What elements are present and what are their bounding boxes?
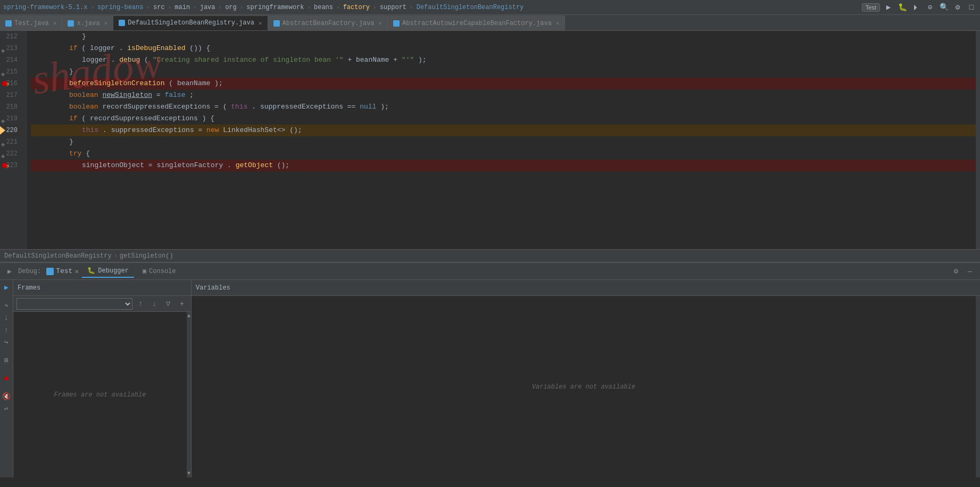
debug-mute-icon[interactable]: 🔇 (1, 391, 12, 402)
code-line-223: singletonObject = singletonFactory . get… (31, 160, 976, 171)
tab-close-test[interactable]: ✕ (53, 20, 57, 27)
breadcrumb-java: java (200, 4, 215, 11)
debug-resume-icon[interactable]: ▶ (1, 282, 12, 293)
sep10: › (409, 4, 414, 11)
frames-add-icon[interactable]: + (176, 298, 188, 310)
code-line-218: boolean recordSuppressedExceptions = ( t… (31, 101, 976, 113)
debug-step-over-icon[interactable]: ↷ (1, 300, 12, 311)
tab-x-java[interactable]: x.java ✕ (62, 15, 113, 30)
breadcrumb-class[interactable]: DefaultSingletonBeanRegistry (417, 4, 524, 11)
run-button[interactable]: ▶ (883, 2, 894, 13)
scroll-up-arrow[interactable]: ▲ (187, 313, 190, 319)
breadcrumb-src: src (153, 4, 165, 11)
tab-icon-test (5, 20, 12, 27)
debug-run-to-cursor-icon[interactable]: ↪ (1, 337, 12, 348)
code-line-212: } (31, 31, 976, 43)
frames-dropdown[interactable] (16, 298, 132, 310)
tab-label-x: x.java (77, 20, 99, 27)
line-num-221: 221 ◆ (0, 136, 22, 148)
frames-scrollbar[interactable]: ▲ ▼ (187, 312, 191, 477)
debug-tab-console-label: Console (149, 268, 176, 275)
variables-content: Variables are not available (192, 296, 980, 477)
scroll-bar-vertical[interactable] (976, 31, 980, 249)
debug-content: ▶ ↷ ↓ ↑ ↪ ⊞ ■ 🔇 ↩ Frames ↑ ↓ (0, 280, 980, 477)
sep6: › (239, 4, 245, 11)
breadcrumb-support: support (380, 4, 406, 11)
code-line-219: if ( recordSuppressedExceptions ) { (31, 113, 976, 125)
line-numbers-gutter: 212 213 ◆ 214 215 ◆ 216 ? 217 218 (0, 31, 27, 249)
status-method: getSingleton() (120, 252, 173, 260)
breadcrumb-project[interactable]: spring-framework-5.1.x (3, 4, 87, 11)
icon-sep (6, 294, 7, 299)
debug-tab-debugger[interactable]: 🐛 Debugger (82, 265, 134, 278)
frames-up-icon[interactable]: ↑ (135, 298, 146, 310)
line-num-217: 217 (0, 89, 22, 101)
breadcrumb-module[interactable]: spring-beans (97, 4, 143, 11)
line-num-213: 213 ◆ (0, 43, 22, 54)
tab-icon-abstract-bean-factory (273, 20, 280, 27)
coverage-button[interactable]: ⏵ (911, 2, 921, 13)
editor-area: shadow 212 213 ◆ 214 215 ◆ 216 ? (0, 31, 980, 249)
debug-left-icons: ▶ ↷ ↓ ↑ ↪ ⊞ ■ 🔇 ↩ (0, 280, 13, 477)
tab-label-abstract-bean-factory: AbstractBeanFactory.java (283, 20, 375, 27)
breakpoint-q-223: ? (6, 161, 9, 173)
profile-button[interactable]: ⊙ (925, 2, 935, 13)
debug-minimize-icon[interactable]: — (964, 266, 976, 277)
debug-tab-console-icon: ▣ (143, 267, 146, 275)
debug-label: Debug: (18, 268, 41, 275)
line-num-219: 219 ◆ (0, 113, 22, 125)
frames-filter-icon[interactable]: ▽ (162, 298, 174, 310)
debug-button[interactable]: 🐛 (897, 2, 908, 13)
sep5: › (218, 4, 223, 11)
debug-evaluate-icon[interactable]: ⊞ (1, 355, 12, 366)
variables-panel: Variables Variables are not available (192, 280, 980, 477)
debug-session-close[interactable]: ✕ (74, 267, 79, 276)
debug-tab-debugger-label: Debugger (98, 267, 129, 275)
debug-restore-icon[interactable]: ↩ (1, 403, 12, 414)
icon-sep4 (6, 385, 7, 390)
tab-close-abstract-bean-factory[interactable]: ✕ (378, 20, 382, 27)
frames-scroll-area: Frames are not available ▲ ▼ (13, 312, 191, 477)
frames-down-icon[interactable]: ↓ (148, 298, 160, 310)
tab-test-java[interactable]: Test.java ✕ (0, 15, 62, 30)
line-num-215: 215 ◆ (0, 66, 22, 78)
tab-close-abstract-autowire[interactable]: ✕ (556, 20, 560, 27)
sep8: › (335, 4, 341, 11)
line-num-222: 222 ◆ (0, 148, 22, 160)
debug-side-controls: ▶ (4, 266, 15, 277)
tab-default-singleton[interactable]: DefaultSingletonBeanRegistry.java ✕ (113, 15, 268, 30)
code-line-220: this . suppressedExceptions = new Linked… (31, 125, 976, 136)
variables-header-label: Variables (196, 284, 230, 292)
debug-stop-icon[interactable]: ■ (1, 373, 12, 384)
variables-scrollbar[interactable] (976, 296, 980, 477)
icon-sep3 (6, 367, 7, 372)
tab-abstract-bean-factory[interactable]: AbstractBeanFactory.java ✕ (268, 15, 388, 30)
code-line-213: if ( logger . isDebugEnabled ()) { (31, 43, 976, 54)
search-button[interactable]: 🔍 (939, 2, 949, 13)
tab-close-x[interactable]: ✕ (104, 20, 108, 27)
breadcrumb-springframework: springframework (246, 4, 304, 11)
settings-button[interactable]: ⚙ (952, 2, 963, 13)
sep9: › (372, 4, 378, 11)
tab-abstract-autowire[interactable]: AbstractAutowireCapableBeanFactory.java … (388, 15, 565, 30)
code-line-216: beforeSingletonCreation ( beanName ); (31, 78, 976, 89)
debug-step-out-icon[interactable]: ↑ (1, 325, 12, 335)
window-button[interactable]: □ (966, 2, 977, 13)
debug-play-icon[interactable]: ▶ (4, 266, 15, 277)
line-num-218: 218 (0, 101, 22, 113)
top-bar-right: Test ▶ 🐛 ⏵ ⊙ 🔍 ⚙ □ (862, 2, 977, 13)
status-breadcrumb: DefaultSingletonBeanRegistry › getSingle… (4, 252, 173, 260)
status-class: DefaultSingletonBeanRegistry (4, 252, 112, 260)
run-config-button[interactable]: Test (862, 3, 880, 12)
tab-close-default-singleton[interactable]: ✕ (259, 20, 262, 27)
line-num-216: 216 ? (0, 78, 22, 89)
debug-settings-icon[interactable]: ⚙ (950, 266, 962, 277)
scroll-down-arrow[interactable]: ▼ (187, 471, 190, 476)
debug-step-into-icon[interactable]: ↓ (1, 312, 12, 323)
debug-toolbar-icons: ⚙ — (950, 266, 976, 277)
sep7: › (306, 4, 312, 11)
variables-header: Variables (192, 280, 980, 296)
code-lines: } if ( logger . isDebugEnabled ()) { log… (27, 31, 976, 249)
line-num-223: 223 ? (0, 160, 22, 171)
debug-tab-console[interactable]: ▣ Console (137, 265, 181, 277)
